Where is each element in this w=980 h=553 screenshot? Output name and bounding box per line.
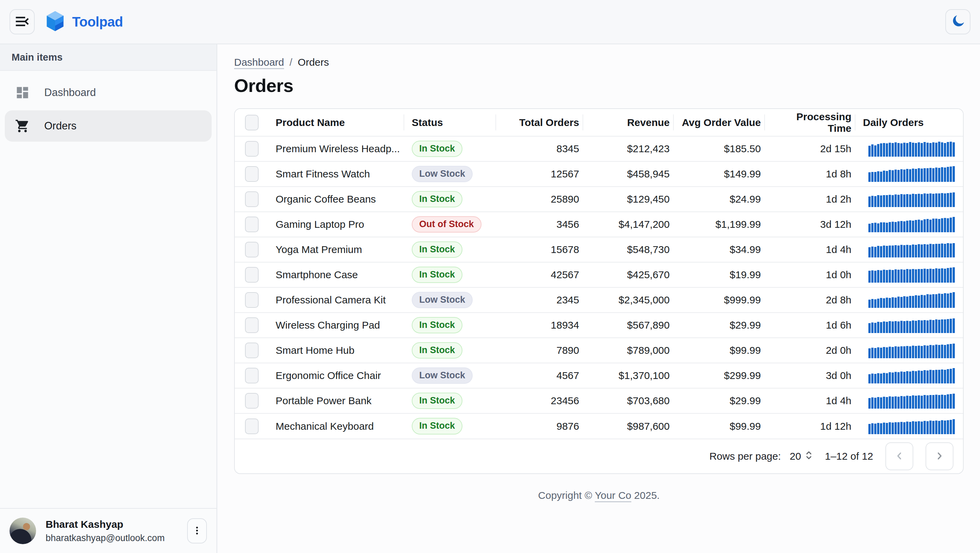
user-menu-button[interactable] (187, 518, 207, 543)
collapse-sidebar-button[interactable] (10, 9, 35, 34)
row-checkbox[interactable] (245, 393, 259, 409)
next-page-button[interactable] (926, 442, 953, 470)
row-checkbox[interactable] (245, 419, 259, 434)
cell-revenue: $987,600 (582, 413, 673, 438)
chevron-left-icon (894, 450, 905, 463)
table-row[interactable]: Yoga Mat PremiumIn Stock15678$548,730$34… (235, 237, 963, 262)
user-avatar[interactable] (10, 518, 36, 544)
sidebar-section-label: Main items (0, 44, 216, 71)
cell-total-orders: 18934 (495, 312, 582, 338)
table-row[interactable]: Portable Power BankIn Stock23456$703,680… (235, 388, 963, 413)
row-checkbox[interactable] (245, 166, 259, 182)
column-header-product-name[interactable]: Product Name (267, 109, 404, 136)
table-row[interactable]: Organic Coffee BeansIn Stock25890$129,45… (235, 186, 963, 212)
status-badge: In Stock (412, 267, 463, 283)
row-checkbox[interactable] (245, 368, 259, 383)
theme-toggle-button[interactable] (945, 9, 970, 34)
row-checkbox[interactable] (245, 343, 259, 358)
daily-orders-sparkline (869, 393, 956, 409)
column-header-revenue[interactable]: Revenue (582, 109, 673, 136)
column-header-processing-time[interactable]: Processing Time (764, 109, 855, 136)
cell-product-name: Gaming Laptop Pro (267, 212, 404, 237)
status-badge: In Stock (412, 191, 463, 207)
cell-daily-orders (855, 363, 963, 388)
cell-product-name: Smart Home Hub (267, 338, 404, 363)
column-header-daily-orders[interactable]: Daily Orders (855, 109, 963, 136)
cell-total-orders: 12567 (495, 161, 582, 186)
table-row[interactable]: Gaming Laptop ProOut of Stock3456$4,147,… (235, 212, 963, 237)
cell-revenue: $1,370,100 (582, 363, 673, 388)
status-badge: Low Stock (412, 367, 473, 384)
cell-avg-order-value: $29.99 (673, 312, 764, 338)
sidebar-item-orders[interactable]: Orders (5, 110, 212, 142)
cell-revenue: $548,730 (582, 237, 673, 262)
cell-status: In Stock (404, 186, 495, 212)
cell-avg-order-value: $99.99 (673, 413, 764, 438)
sidebar-item-dashboard[interactable]: Dashboard (5, 77, 212, 108)
user-email: bharatkashyap@outlook.com (46, 533, 187, 543)
status-badge: Low Stock (412, 292, 473, 308)
table-row[interactable]: Wireless Charging PadIn Stock18934$567,8… (235, 312, 963, 338)
cell-product-name: Smartphone Case (267, 262, 404, 287)
cell-daily-orders (855, 262, 963, 287)
footer: Copyright © Your Co 2025. (234, 474, 964, 515)
cell-product-name: Smart Fitness Watch (267, 161, 404, 186)
daily-orders-sparkline (869, 267, 956, 283)
cell-checkbox (235, 212, 267, 237)
cell-revenue: $129,450 (582, 186, 673, 212)
table-row[interactable]: Smartphone CaseIn Stock42567$425,670$19.… (235, 262, 963, 287)
daily-orders-sparkline (869, 141, 956, 157)
row-checkbox[interactable] (245, 292, 259, 308)
cell-total-orders: 15678 (495, 237, 582, 262)
row-checkbox[interactable] (245, 317, 259, 333)
column-header-avg-order-value[interactable]: Avg Order Value (673, 109, 764, 136)
row-checkbox[interactable] (245, 191, 259, 207)
cell-avg-order-value: $299.99 (673, 363, 764, 388)
row-checkbox[interactable] (245, 242, 259, 257)
table-row[interactable]: Mechanical KeyboardIn Stock9876$987,600$… (235, 413, 963, 438)
daily-orders-sparkline (869, 419, 956, 434)
row-checkbox[interactable] (245, 141, 259, 157)
cell-status: In Stock (404, 388, 495, 413)
cell-revenue: $4,147,200 (582, 212, 673, 237)
row-checkbox[interactable] (245, 217, 259, 232)
status-badge: In Stock (412, 342, 463, 359)
cell-status: In Stock (404, 136, 495, 161)
orders-table-card: Product NameStatusTotal OrdersRevenueAvg… (234, 108, 964, 474)
cell-processing-time: 2d 8h (764, 287, 855, 312)
company-link[interactable]: Your Co (595, 490, 631, 501)
cell-status: In Stock (404, 338, 495, 363)
cell-processing-time: 2d 15h (764, 136, 855, 161)
rows-per-page-select[interactable]: 20 (790, 450, 813, 463)
table-row[interactable]: Premium Wireless Headp...In Stock8345$21… (235, 136, 963, 161)
cell-checkbox (235, 312, 267, 338)
brand[interactable]: Toolpad (45, 10, 123, 33)
cell-total-orders: 2345 (495, 287, 582, 312)
breadcrumb-dashboard-link[interactable]: Dashboard (234, 57, 284, 68)
table-row[interactable]: Smart Home HubIn Stock7890$789,000$99.99… (235, 338, 963, 363)
rows-per-page: Rows per page: 20 (710, 450, 813, 463)
cell-revenue: $212,423 (582, 136, 673, 161)
previous-page-button[interactable] (885, 442, 913, 470)
main-content: Dashboard / Orders Orders Product NameSt… (218, 44, 980, 553)
status-badge: In Stock (412, 141, 463, 157)
table-row[interactable]: Smart Fitness WatchLow Stock12567$458,94… (235, 161, 963, 186)
select-all-checkbox[interactable] (245, 115, 259, 131)
table-row[interactable]: Professional Camera KitLow Stock2345$2,3… (235, 287, 963, 312)
cell-revenue: $789,000 (582, 338, 673, 363)
cell-total-orders: 3456 (495, 212, 582, 237)
column-header-total-orders[interactable]: Total Orders (495, 109, 582, 136)
cell-processing-time: 1d 0h (764, 262, 855, 287)
orders-table: Product NameStatusTotal OrdersRevenueAvg… (235, 109, 963, 438)
column-header-status[interactable]: Status (404, 109, 495, 136)
daily-orders-sparkline (869, 191, 956, 207)
pagination-bar: Rows per page: 20 1–12 of 12 (235, 438, 963, 473)
cell-daily-orders (855, 388, 963, 413)
row-checkbox[interactable] (245, 267, 259, 283)
daily-orders-sparkline (869, 217, 956, 232)
cell-checkbox (235, 237, 267, 262)
top-bar: Toolpad (0, 0, 980, 44)
table-row[interactable]: Ergonomic Office ChairLow Stock4567$1,37… (235, 363, 963, 388)
breadcrumb-current: Orders (298, 57, 329, 68)
daily-orders-sparkline (869, 343, 956, 358)
